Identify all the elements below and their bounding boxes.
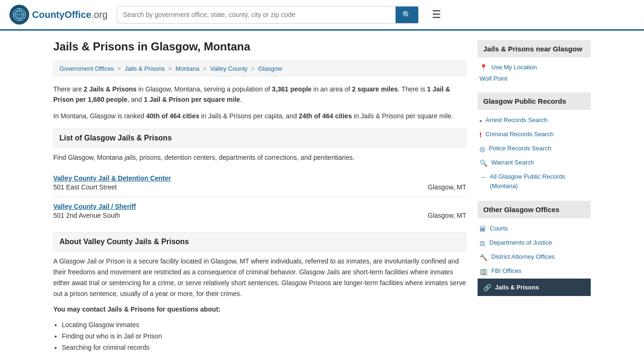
district-attorney-icon: 🔨 [479,253,487,263]
logo-icon [9,5,29,25]
courts-label: Courts [490,224,508,233]
breadcrumb: Government Offices > Jails & Prisons > M… [53,61,466,76]
sidebar-nearby-header: Jails & Prisons near Glasgow [478,40,591,58]
contact-item-1: Locating Glasgow inmates [62,320,466,331]
arrest-records-label: Arrest Records Search [486,115,548,125]
fbi-label: FBI Offices [491,266,521,276]
breadcrumb-gov-offices[interactable]: Government Offices [59,65,114,72]
content-area: Jails & Prisons in Glasgow, Montana Gove… [53,40,466,353]
police-records-link[interactable]: ◎ Police Records Search [478,142,591,156]
all-public-records-label: All Glasgow Public Records (Montana) [490,172,589,190]
use-my-location[interactable]: 📍 Use My Location [478,61,591,73]
sidebar-other-offices: Other Glasgow Offices 🏛 Courts ⚖ Departm… [478,201,591,296]
contact-item-2: Finding out who is in Jail or Prison [62,331,466,342]
location-icon: 📍 [479,64,487,71]
jail-address-1: 501 East Court Street [53,183,410,191]
list-description: Find Glasgow, Montana jails, prisons, de… [53,152,466,163]
jail-address-2: 501 2nd Avenue South [53,212,410,219]
doj-label: Departments of Justice [489,238,552,247]
search-input[interactable] [117,7,396,23]
jail-name-2[interactable]: Valley County Jail / Sheriff [53,203,466,210]
criminal-records-link[interactable]: ! Criminal Records Search [478,128,591,142]
courts-link[interactable]: 🏛 Courts [478,222,591,236]
contact-list: Locating Glasgow inmates Finding out who… [53,320,466,353]
main-container: Jails & Prisons in Glasgow, Montana Gove… [44,31,600,362]
warrant-icon: 🔍 [479,158,487,168]
logo-text: CountyOffice.org [32,9,107,20]
breadcrumb-glasgow[interactable]: Glasgow [258,65,282,72]
arrest-records-link[interactable]: ▪ Arrest Records Search [478,114,591,128]
jails-active-item[interactable]: 🔗 Jails & Prisons [478,279,591,296]
about-text: A Glasgow Jail or Prison is a secure fac… [53,256,466,299]
jail-item-1: Valley County Jail & Detention Center 50… [53,169,466,197]
use-my-location-label: Use My Location [491,64,537,71]
jail-city-2: Glasgow, MT [410,212,466,219]
jail-city-1: Glasgow, MT [410,183,466,191]
sidebar: Jails & Prisons near Glasgow 📍 Use My Lo… [478,40,591,353]
sidebar-nearby: Jails & Prisons near Glasgow 📍 Use My Lo… [478,40,591,84]
arrow-icon: → [479,173,486,182]
doj-link[interactable]: ⚖ Departments of Justice [478,236,591,250]
courts-icon: 🏛 [479,224,486,234]
jails-active-icon: 🔗 [483,284,491,291]
criminal-icon: ! [479,130,482,140]
jail-item-2: Valley County Jail / Sheriff 501 2nd Ave… [53,197,466,225]
fbi-icon: 🏢 [479,267,487,277]
arrest-icon: ▪ [479,116,482,126]
doj-icon: ⚖ [479,239,486,248]
search-bar[interactable]: 🔍 [117,6,419,24]
district-attorney-label: District Attorney Offices [491,252,555,262]
wolf-point-link[interactable]: Wolf Point [478,73,591,84]
sidebar-public-records-header: Glasgow Public Records [478,92,591,110]
jails-active-label: Jails & Prisons [495,284,539,291]
fbi-link[interactable]: 🏢 FBI Offices [478,264,591,279]
warrant-search-label: Warrant Search [491,158,534,167]
sidebar-public-records: Glasgow Public Records ▪ Arrest Records … [478,92,591,192]
sidebar-other-offices-header: Other Glasgow Offices [478,201,591,218]
header: CountyOffice.org 🔍 ☰ [0,0,644,31]
breadcrumb-jails[interactable]: Jails & Prisons [124,65,165,72]
district-attorney-link[interactable]: 🔨 District Attorney Offices [478,250,591,264]
contact-item-3: Searching for criminal records [62,342,466,354]
description-para1: There are 2 Jails & Prisons in Glasgow, … [53,84,466,105]
list-section-header: List of Glasgow Jails & Prisons [53,129,466,148]
contact-header: You may contact Jails & Prisons for ques… [53,304,466,315]
description-para2: In Montana, Glasgow is ranked 40th of 46… [53,111,466,121]
logo: CountyOffice.org [9,5,107,25]
police-icon: ◎ [479,144,485,154]
police-records-label: Police Records Search [489,144,551,153]
criminal-records-label: Criminal Records Search [486,130,554,139]
warrant-search-link[interactable]: 🔍 Warrant Search [478,156,591,170]
jail-list: Valley County Jail & Detention Center 50… [53,169,466,225]
jail-name-1[interactable]: Valley County Jail & Detention Center [53,174,466,182]
breadcrumb-montana[interactable]: Montana [175,65,199,72]
all-public-records-link[interactable]: → All Glasgow Public Records (Montana) [478,170,591,192]
hamburger-menu[interactable]: ☰ [428,7,445,23]
breadcrumb-valley[interactable]: Valley County [210,65,248,72]
search-button[interactable]: 🔍 [396,7,418,23]
about-section-header: About Valley County Jails & Prisons [53,232,466,251]
page-title: Jails & Prisons in Glasgow, Montana [53,40,466,53]
